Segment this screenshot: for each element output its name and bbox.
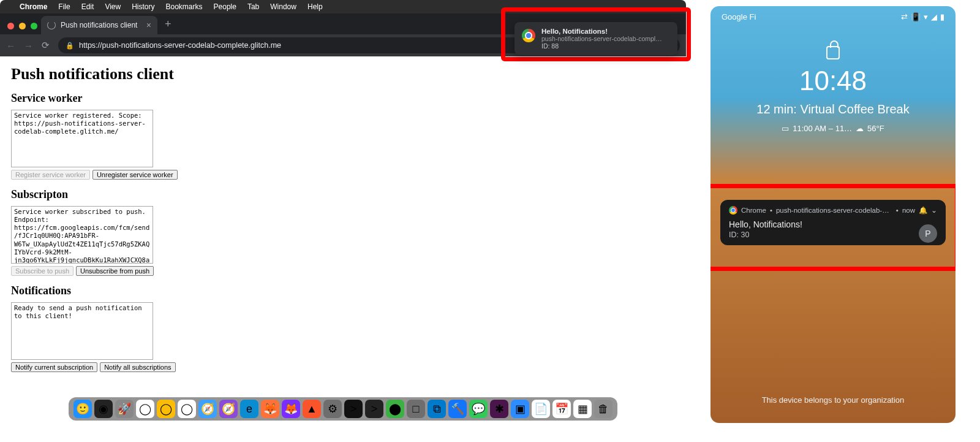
nfc-icon: ⇄ [901, 12, 908, 21]
register-sw-button: Register service worker [11, 170, 90, 180]
window-controls [5, 23, 41, 34]
page-viewport: Push notifications client Service worker… [0, 56, 686, 396]
dock-app-finder[interactable]: 🙂 [74, 400, 92, 418]
menu-history[interactable]: History [132, 2, 154, 11]
tab-title: Push notifications client [61, 21, 137, 29]
chrome-icon [729, 206, 737, 215]
menu-edit[interactable]: Edit [81, 2, 94, 11]
sw-heading: Service worker [11, 92, 675, 105]
chrome-window: Push notifications client × + ← → ⟳ 🔒 ht… [0, 13, 686, 396]
lock-icon: 🔒 [66, 42, 74, 50]
lock-icon [826, 46, 840, 59]
org-message: This device belongs to your organization [710, 395, 956, 405]
dock-app-finder2[interactable]: □ [407, 400, 425, 418]
android-lockscreen: Google Fi ⇄ 📳 ▾ ◢ ▮ 10:48 12 min: Virtua… [710, 6, 956, 423]
os-notification-toast[interactable]: Hello, Notifications! push-notifications… [514, 22, 677, 55]
notif-title: Hello, Notifications! [729, 219, 937, 229]
toast-body: ID: 88 [541, 42, 664, 50]
dock-app-slack[interactable]: ✱ [490, 400, 508, 418]
lockscreen-clock: 10:48 [710, 66, 956, 96]
dock-app-terminal2[interactable]: > [365, 400, 383, 418]
browser-tab[interactable]: Push notifications client × [41, 16, 157, 34]
dock-app-xcode[interactable]: 🔨 [448, 400, 467, 418]
menubar-app-name: Chrome [20, 2, 47, 11]
dock-app-vscode[interactable]: ⧉ [428, 400, 446, 418]
dock-app-chrome-canary[interactable]: ◯ [157, 400, 175, 418]
android-notification[interactable]: Chrome • push-notifications-server-codel… [720, 200, 946, 245]
phone-status-bar: Google Fi ⇄ 📳 ▾ ◢ ▮ [710, 6, 956, 28]
notif-body: ID: 30 [729, 231, 937, 239]
dock-app-calendar[interactable]: 📅 [552, 400, 571, 418]
wifi-icon: ▾ [924, 12, 928, 21]
notif-heading: Notifications [11, 284, 675, 297]
dock-app-chrome[interactable]: ◯ [136, 400, 154, 418]
notify-current-button[interactable]: Notify current subscription [11, 362, 97, 372]
dock-app-firefox-nightly[interactable]: 🦊 [282, 400, 300, 418]
lockscreen-event: 12 min: Virtual Coffee Break [710, 101, 956, 118]
menu-view[interactable]: View [105, 2, 121, 11]
dock-app-zoom[interactable]: ▣ [511, 400, 529, 418]
bell-icon: 🔔 [919, 206, 927, 215]
dock-app-terminal[interactable]: > [344, 400, 363, 418]
new-tab-button[interactable]: + [157, 18, 179, 34]
carrier-label: Google Fi [722, 12, 756, 21]
notify-all-button[interactable]: Notify all subscriptions [100, 362, 175, 372]
maximize-window-button[interactable] [31, 23, 37, 29]
back-button[interactable]: ← [6, 40, 15, 51]
url-text: https://push-notifications-server-codela… [79, 41, 281, 50]
minimize-window-button[interactable] [19, 23, 26, 29]
tab-favicon-icon [47, 21, 56, 29]
weather-time: 11:00 AM – 11… [793, 124, 852, 133]
close-window-button[interactable] [7, 23, 14, 29]
dock-app-edge[interactable]: e [240, 400, 258, 418]
subscribe-button: Subscribe to push [11, 266, 74, 276]
forward-button[interactable]: → [24, 40, 33, 51]
sw-status-textarea[interactable] [11, 110, 153, 167]
calendar-icon: ▭ [782, 124, 789, 133]
toast-title: Hello, Notifications! [541, 28, 664, 35]
menu-help[interactable]: Help [307, 2, 323, 11]
notif-source: push-notifications-server-codelab-co… [776, 207, 892, 214]
dock-app-preview[interactable]: ▦ [573, 400, 592, 418]
close-tab-button[interactable]: × [146, 20, 151, 30]
vibrate-icon: 📳 [911, 12, 921, 21]
dock-app-camtasia[interactable]: ⬤ [386, 400, 404, 418]
menu-bookmarks[interactable]: Bookmarks [166, 2, 203, 11]
dock-app-safari[interactable]: 🧭 [198, 400, 217, 418]
dock-app-settings[interactable]: ⚙ [323, 400, 342, 418]
reload-button[interactable]: ⟳ [42, 40, 50, 51]
dock-app-messages[interactable]: 💬 [469, 400, 488, 418]
menu-tab[interactable]: Tab [247, 2, 259, 11]
menu-file[interactable]: File [58, 2, 70, 11]
dock-app-firefox[interactable]: 🦊 [261, 400, 279, 418]
notif-app-name: Chrome [741, 207, 766, 214]
unregister-sw-button[interactable]: Unregister service worker [92, 170, 178, 180]
dock-app-brave[interactable]: ▲ [303, 400, 321, 418]
chrome-icon [522, 29, 535, 42]
unsubscribe-button[interactable]: Unsubscribe from push [76, 266, 154, 276]
dock-app-trash[interactable]: 🗑 [594, 400, 612, 418]
menu-people[interactable]: People [214, 2, 236, 11]
mac-dock: 🙂◉🚀◯◯◯🧭🧭e🦊🦊▲⚙>>⬤□⧉🔨💬✱▣📄📅▦🗑 [69, 397, 617, 421]
notif-avatar: P [919, 224, 937, 243]
toast-source: push-notifications-server-codelab-comple… [541, 35, 664, 42]
cloud-icon: ☁ [856, 124, 864, 133]
battery-icon: ▮ [940, 12, 944, 21]
menu-window[interactable]: Window [270, 2, 296, 11]
dock-app-notes[interactable]: 📄 [532, 400, 550, 418]
notif-time: now [902, 207, 915, 214]
dock-app-safari-tp[interactable]: 🧭 [219, 400, 238, 418]
notif-status-textarea[interactable] [11, 302, 153, 360]
lockscreen-weather: ▭ 11:00 AM – 11… ☁ 56°F [710, 124, 956, 133]
subscription-textarea[interactable] [11, 206, 153, 264]
dock-app-launchpad[interactable]: 🚀 [115, 400, 134, 418]
weather-temp: 56°F [867, 124, 884, 133]
dock-app-siri[interactable]: ◉ [94, 400, 113, 418]
signal-icon: ◢ [931, 12, 937, 21]
sub-heading: Subscripton [11, 188, 675, 201]
chevron-down-icon[interactable]: ⌄ [931, 206, 937, 215]
page-title: Push notifications client [11, 65, 675, 83]
dock-app-chrome-beta[interactable]: ◯ [178, 400, 196, 418]
